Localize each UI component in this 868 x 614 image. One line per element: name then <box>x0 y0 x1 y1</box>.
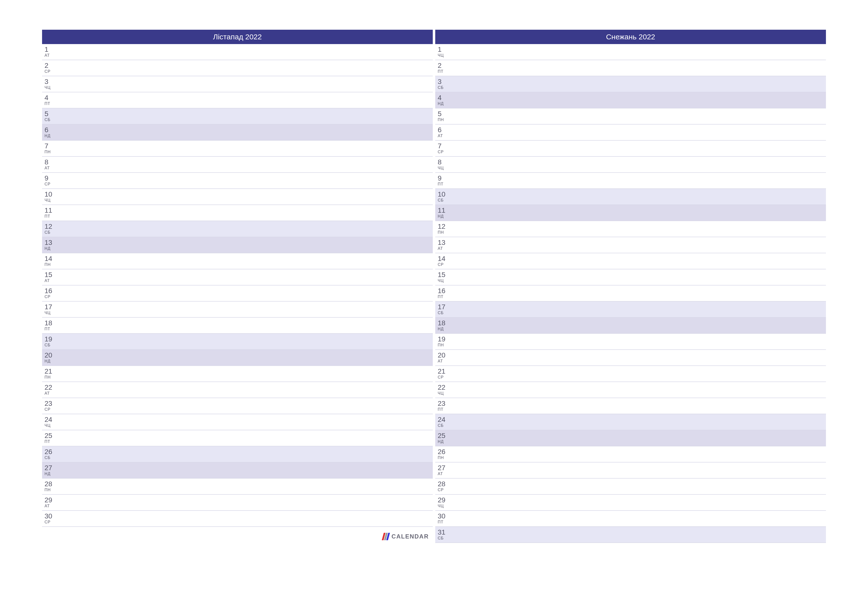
day-label: 22ЧЦ <box>435 382 454 398</box>
day-weekday: СБ <box>45 117 60 122</box>
day-label: 29АТ <box>42 495 60 510</box>
day-note-area <box>454 76 826 92</box>
day-label: 23ПТ <box>435 398 454 414</box>
day-number: 17 <box>438 303 454 311</box>
day-number: 5 <box>45 110 60 117</box>
day-row: 21ПН <box>42 366 433 382</box>
day-weekday: ЧЦ <box>45 198 60 202</box>
day-number: 11 <box>45 207 60 214</box>
day-number: 17 <box>45 303 60 311</box>
day-note-area <box>454 286 826 301</box>
day-weekday: ПТ <box>438 69 454 74</box>
day-note-area <box>60 109 433 124</box>
day-note-area <box>60 414 433 430</box>
day-note-area <box>454 495 826 510</box>
day-row: 22ЧЦ <box>435 382 826 398</box>
day-note-area <box>454 44 826 60</box>
day-number: 4 <box>45 94 60 101</box>
day-row: 15АТ <box>42 269 433 286</box>
day-row: 28ПН <box>42 479 433 495</box>
day-note-area <box>454 302 826 317</box>
day-label: 28ПН <box>42 479 60 494</box>
day-note-area <box>454 92 826 108</box>
day-label: 13НД <box>42 237 60 253</box>
day-label: 3СБ <box>435 76 454 92</box>
day-label: 14ПН <box>42 253 60 269</box>
day-note-area <box>454 221 826 237</box>
day-number: 15 <box>438 271 454 278</box>
day-number: 18 <box>45 320 60 326</box>
day-note-area <box>60 237 433 253</box>
day-weekday: СР <box>438 262 454 267</box>
day-label: 11НД <box>435 205 454 221</box>
day-row: 4ПТ <box>42 92 433 109</box>
day-weekday: АТ <box>438 246 454 251</box>
day-note-area <box>60 286 433 301</box>
day-note-area <box>60 495 433 510</box>
day-label: 15ЧЦ <box>435 269 454 285</box>
day-number: 20 <box>45 352 60 359</box>
month-header: Лістапад 2022 <box>42 30 433 44</box>
day-note-area <box>454 382 826 398</box>
day-weekday: АТ <box>45 166 60 170</box>
day-row: 6НД <box>42 124 433 141</box>
day-number: 19 <box>45 336 60 343</box>
day-label: 1ЧЦ <box>435 44 454 60</box>
day-row: 20НД <box>42 350 433 366</box>
day-note-area <box>454 527 826 542</box>
day-note-area <box>60 269 433 285</box>
day-row: 12СБ <box>42 221 433 237</box>
day-number: 11 <box>438 207 454 214</box>
day-row: 7СР <box>435 141 826 157</box>
day-label: 8АТ <box>42 157 60 172</box>
day-row: 26СБ <box>42 446 433 462</box>
day-note-area <box>454 157 826 172</box>
day-weekday: ПН <box>438 117 454 122</box>
day-number: 9 <box>45 175 60 182</box>
day-label: 6НД <box>42 124 60 140</box>
day-weekday: СБ <box>45 343 60 347</box>
day-weekday: ЧЦ <box>438 278 454 283</box>
day-label: 17ЧЦ <box>42 302 60 317</box>
day-weekday: ПТ <box>45 214 60 219</box>
day-number: 20 <box>438 352 454 359</box>
day-note-area <box>454 141 826 156</box>
day-row: 29ЧЦ <box>435 495 826 511</box>
day-row: 9ПТ <box>435 173 826 189</box>
day-number: 21 <box>438 368 454 375</box>
day-row: 7ПН <box>42 141 433 157</box>
day-label: 31СБ <box>435 527 454 542</box>
day-row: 21СР <box>435 366 826 382</box>
day-label: 9СР <box>42 173 60 188</box>
day-label: 28СР <box>435 479 454 494</box>
day-label: 27АТ <box>435 462 454 478</box>
day-note-area <box>454 414 826 430</box>
day-number: 29 <box>45 497 60 504</box>
day-note-area <box>60 511 433 526</box>
day-note-area <box>60 141 433 156</box>
day-label: 30ПТ <box>435 511 454 526</box>
days-list: 1АТ2СР3ЧЦ4ПТ5СБ6НД7ПН8АТ9СР10ЧЦ11ПТ12СБ1… <box>42 44 433 527</box>
day-row: 14СР <box>435 253 826 269</box>
day-row: 14ПН <box>42 253 433 269</box>
day-label: 17СБ <box>435 302 454 317</box>
day-row: 31СБ <box>435 527 826 543</box>
day-number: 21 <box>45 368 60 375</box>
day-row: 19СБ <box>42 334 433 350</box>
day-number: 24 <box>45 416 60 423</box>
day-number: 24 <box>438 416 454 423</box>
day-label: 14СР <box>435 253 454 269</box>
logo-stripes-icon <box>382 533 390 540</box>
day-row: 22АТ <box>42 382 433 398</box>
month-column-november: Лістапад 2022 1АТ2СР3ЧЦ4ПТ5СБ6НД7ПН8АТ9С… <box>42 30 433 543</box>
day-label: 19ПН <box>435 334 454 349</box>
day-note-area <box>60 44 433 60</box>
day-label: 21ПН <box>42 366 60 381</box>
day-number: 8 <box>438 159 454 166</box>
day-row: 9СР <box>42 173 433 189</box>
day-note-area <box>60 462 433 478</box>
day-label: 8ЧЦ <box>435 157 454 172</box>
day-note-area <box>60 157 433 172</box>
day-weekday: СР <box>45 407 60 412</box>
day-row: 17СБ <box>435 302 826 318</box>
